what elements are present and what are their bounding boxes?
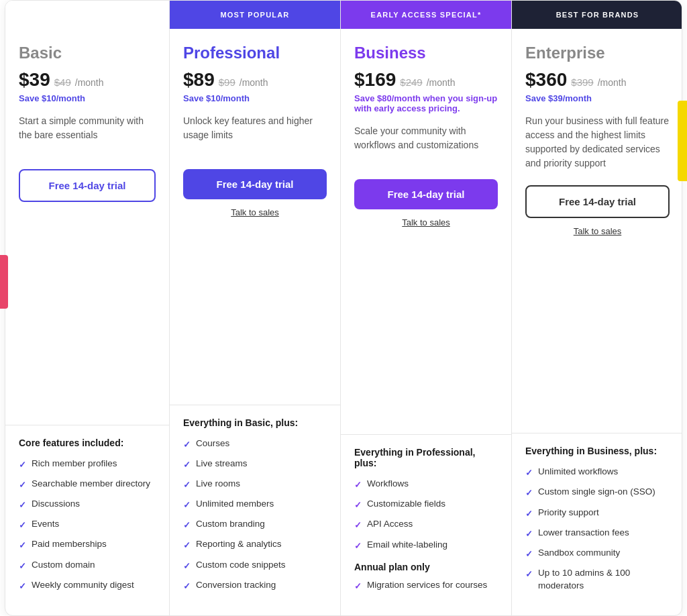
plan-desc-business: Scale your community with workflows and … [354, 124, 498, 164]
feature-text: Rich member profiles [32, 458, 117, 470]
trial-button-enterprise[interactable]: Free 14-day trial [525, 185, 670, 218]
price-current-basic: $39 [19, 69, 50, 91]
feature-text: Custom code snippets [196, 559, 286, 572]
feature-text: Live streams [196, 458, 248, 470]
feature-text: Discussions [32, 498, 80, 511]
feature-text: Unlimited workflows [538, 466, 618, 478]
list-item: ✓Custom domain [19, 559, 156, 572]
list-item: ✓Sandbox community [525, 547, 670, 560]
list-item: ✓Conversion tracking [183, 579, 327, 593]
talk-to-sales-business[interactable]: Talk to sales [354, 217, 498, 227]
check-icon: ✓ [19, 499, 26, 511]
check-icon: ✓ [183, 459, 191, 471]
list-item: ✓Reporting & analytics [183, 538, 327, 552]
check-icon: ✓ [354, 499, 362, 511]
feature-text: Lower transaction fees [538, 527, 629, 540]
feature-text: Priority support [538, 507, 599, 519]
list-item: ✓Events [19, 518, 156, 531]
plan-body-professional: Professional$89$99/monthSave $10/monthUn… [170, 29, 340, 405]
check-icon: ✓ [354, 519, 362, 531]
check-icon: ✓ [19, 479, 26, 491]
feature-text: API Access [367, 518, 413, 531]
feature-text: Custom branding [196, 518, 265, 531]
list-item: ✓Customizable fields [354, 498, 498, 511]
price-period-enterprise: /month [598, 77, 627, 88]
plan-badge-basic [5, 1, 169, 29]
price-row-basic: $39$49/month [19, 69, 156, 91]
plan-desc-professional: Unlock key features and higher usage lim… [183, 114, 327, 154]
list-item: ✓Live rooms [183, 478, 327, 491]
list-item: ✓Email white-labeling [354, 539, 498, 552]
trial-button-professional[interactable]: Free 14-day trial [183, 169, 327, 199]
list-item: ✓Migration services for courses [354, 579, 498, 593]
plan-badge-enterprise: BEST FOR BRANDS [512, 1, 682, 29]
feature-text: Paid memberships [32, 538, 107, 551]
check-icon: ✓ [183, 439, 191, 451]
check-icon: ✓ [354, 479, 362, 491]
right-accent-bar [678, 101, 687, 181]
list-item: ✓Weekly community digest [19, 579, 156, 593]
feature-text: Searchable member directory [32, 478, 150, 491]
list-item: ✓Custom single sign-on (SSO) [525, 486, 670, 499]
list-item: ✓Unlimited workflows [525, 466, 670, 479]
check-icon: ✓ [525, 508, 533, 520]
features-heading-professional: Everything in Basic, plus: [183, 417, 327, 428]
pricing-wrapper: Basic$39$49/monthSave $10/monthStart a s… [0, 0, 687, 616]
list-item: ✓Custom branding [183, 518, 327, 531]
features-section-professional: Everything in Basic, plus:✓Courses✓Live … [170, 417, 340, 616]
check-icon: ✓ [19, 519, 26, 531]
price-period-professional: /month [240, 77, 268, 88]
plan-desc-enterprise: Run your business with full feature acce… [525, 114, 670, 170]
check-icon: ✓ [183, 499, 191, 511]
plan-col-professional: MOST POPULARProfessional$89$99/monthSave… [170, 1, 341, 615]
list-item: ✓Live streams [183, 458, 327, 471]
check-icon: ✓ [19, 560, 26, 572]
pricing-grid: Basic$39$49/monthSave $10/monthStart a s… [5, 0, 682, 616]
list-item: ✓Custom code snippets [183, 559, 327, 572]
plan-name-basic: Basic [19, 44, 156, 62]
check-icon: ✓ [183, 560, 191, 572]
feature-text: Unlimited members [196, 498, 274, 511]
check-icon: ✓ [525, 568, 533, 580]
price-row-professional: $89$99/month [183, 69, 327, 91]
price-save-business: Save $80/month when you sign-up with ear… [354, 93, 498, 113]
features-heading-business: Everything in Professional, plus: [354, 447, 498, 468]
trial-button-basic[interactable]: Free 14-day trial [19, 169, 156, 202]
price-row-business: $169$249/month [354, 69, 498, 91]
divider-professional [170, 405, 340, 405]
price-save-enterprise: Save $39/month [525, 93, 670, 103]
list-item: ✓Rich member profiles [19, 458, 156, 471]
price-old-business: $249 [400, 76, 422, 88]
trial-button-business[interactable]: Free 14-day trial [354, 179, 498, 209]
plan-desc-basic: Start a simple community with the bare e… [19, 114, 156, 154]
talk-to-sales-professional[interactable]: Talk to sales [183, 207, 327, 217]
plan-col-enterprise: BEST FOR BRANDSEnterprise$360$399/monthS… [512, 1, 682, 615]
feature-text: Sandbox community [538, 547, 620, 560]
check-icon: ✓ [19, 459, 26, 471]
price-save-professional: Save $10/month [183, 93, 327, 103]
list-item: ✓Discussions [19, 498, 156, 511]
check-icon: ✓ [525, 487, 533, 499]
check-icon: ✓ [354, 580, 362, 593]
plan-body-enterprise: Enterprise$360$399/monthSave $39/monthRu… [512, 29, 682, 433]
plan-col-basic: Basic$39$49/monthSave $10/monthStart a s… [5, 1, 170, 615]
check-icon: ✓ [19, 580, 26, 593]
feature-text: Custom single sign-on (SSO) [538, 486, 655, 499]
plan-body-business: Business$169$249/monthSave $80/month whe… [341, 29, 511, 434]
price-old-enterprise: $399 [571, 76, 593, 88]
plan-col-business: EARLY ACCESS SPECIAL*Business$169$249/mo… [341, 1, 512, 615]
features-section-business: Everything in Professional, plus:✓Workfl… [341, 447, 511, 615]
list-item: ✓Up to 10 admins & 100 moderators [525, 567, 670, 593]
feature-text: Events [32, 518, 59, 531]
features-heading-enterprise: Everything in Business, plus: [525, 446, 670, 456]
feature-text: Workflows [367, 478, 409, 491]
feature-text: Conversion tracking [196, 579, 276, 592]
talk-to-sales-enterprise[interactable]: Talk to sales [525, 226, 670, 236]
feature-text: Custom domain [32, 559, 95, 572]
plan-badge-business: EARLY ACCESS SPECIAL* [341, 1, 511, 29]
check-icon: ✓ [19, 540, 26, 552]
list-item: ✓Paid memberships [19, 538, 156, 552]
price-save-basic: Save $10/month [19, 93, 156, 103]
feature-text: Email white-labeling [367, 539, 447, 552]
feature-list-enterprise: ✓Unlimited workflows✓Custom single sign-… [525, 466, 670, 593]
